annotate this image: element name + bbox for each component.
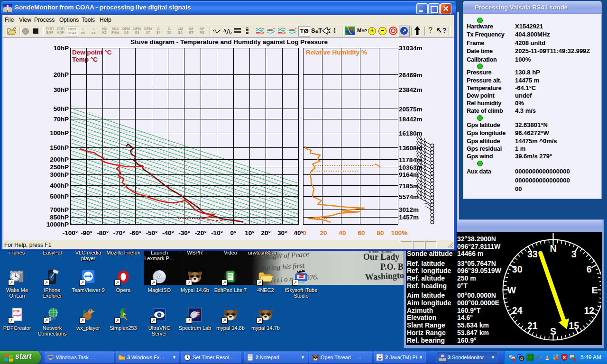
svg-text:3012m: 3012m [399, 206, 419, 213]
svg-text:6: 6 [587, 264, 592, 274]
svg-text:10hP: 10hP [54, 45, 69, 52]
svg-text:-10°: -10° [211, 229, 223, 237]
svg-text:700hP: 700hP [50, 206, 69, 213]
svg-text:20°: 20° [261, 229, 271, 237]
svg-text:N: N [550, 243, 556, 254]
svg-text:30hP: 30hP [54, 86, 69, 93]
svg-text:33: 33 [527, 249, 538, 259]
svg-text:60: 60 [358, 229, 365, 237]
svg-text:5574m: 5574m [399, 193, 419, 200]
svg-text:-100°: -100° [63, 229, 78, 237]
svg-text:-80°: -80° [97, 229, 109, 237]
svg-text:1000hP: 1000hP [46, 221, 69, 228]
svg-text:0°: 0° [230, 229, 237, 237]
svg-text:30°: 30° [277, 229, 287, 237]
svg-text:-50°: -50° [146, 229, 158, 237]
svg-text:W: W [507, 285, 516, 295]
svg-text:100%: 100% [391, 229, 408, 237]
svg-text:70hP: 70hP [54, 116, 69, 123]
svg-text:7185m: 7185m [399, 182, 419, 190]
svg-text:1457m: 1457m [399, 214, 419, 221]
svg-text:PDF: PDF [13, 309, 20, 313]
svg-text:100hP: 100hP [50, 129, 69, 136]
svg-text:80: 80 [377, 229, 384, 237]
svg-text:850hP: 850hP [50, 214, 69, 221]
svg-text:10°: 10° [245, 229, 254, 237]
svg-text:250hP: 250hP [50, 164, 69, 171]
svg-text:40: 40 [339, 229, 346, 237]
svg-text:500hP: 500hP [50, 193, 69, 200]
svg-text:20: 20 [320, 229, 327, 237]
svg-text:9164m: 9164m [399, 171, 419, 178]
svg-text:20hP: 20hP [54, 71, 69, 78]
svg-text:20575m: 20575m [399, 106, 423, 113]
svg-text:40°: 40° [294, 229, 303, 237]
svg-text:24: 24 [512, 305, 523, 316]
svg-text:-90°: -90° [81, 229, 92, 237]
svg-text:0: 0 [303, 229, 306, 237]
svg-text:Ω: Ω [520, 356, 523, 361]
svg-text:S: S [550, 326, 556, 337]
svg-text:-20°: -20° [195, 229, 207, 237]
svg-text:30: 30 [512, 264, 523, 274]
svg-text:15: 15 [569, 320, 579, 331]
svg-text:31034m: 31034m [399, 45, 423, 52]
svg-text:18442m: 18442m [399, 116, 423, 123]
svg-text:26469m: 26469m [399, 72, 423, 79]
svg-text:-70°: -70° [113, 229, 125, 237]
svg-text:23842m: 23842m [399, 86, 423, 93]
svg-text:21: 21 [527, 320, 538, 331]
svg-text:-30°: -30° [178, 229, 190, 237]
svg-text:E: E [591, 285, 598, 295]
svg-text:300hP: 300hP [50, 171, 69, 178]
svg-text:200hP: 200hP [50, 156, 69, 163]
svg-text:-60°: -60° [129, 229, 141, 237]
svg-text:12: 12 [584, 305, 594, 316]
svg-text:-40°: -40° [162, 229, 174, 237]
svg-text:3: 3 [571, 249, 577, 259]
svg-text:You: You [299, 275, 303, 278]
svg-text:16180m: 16180m [399, 130, 423, 137]
svg-text:150hP: 150hP [50, 144, 69, 151]
svg-text:400hP: 400hP [50, 182, 69, 189]
svg-text:50hP: 50hP [54, 105, 69, 112]
